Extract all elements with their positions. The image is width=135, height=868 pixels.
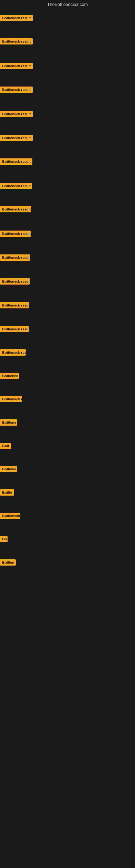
bottleneck-item-22: Bottleneck xyxy=(0,513,20,520)
bottleneck-badge-17[interactable]: Bottleneck r xyxy=(0,396,22,402)
bottleneck-badge-20[interactable]: Bottlene xyxy=(0,466,17,472)
bottleneck-badge-13[interactable]: Bottleneck result xyxy=(0,302,29,308)
bottleneck-badge-24[interactable]: Bottlen xyxy=(0,559,16,565)
bottleneck-badge-9[interactable]: Bottleneck result xyxy=(0,206,31,212)
bottleneck-item-1: Bottleneck result xyxy=(0,15,33,22)
bottleneck-item-23: Bo xyxy=(0,536,8,543)
bottleneck-item-13: Bottleneck result xyxy=(0,302,29,310)
bottleneck-badge-22[interactable]: Bottleneck xyxy=(0,513,20,519)
bottleneck-item-14: Bottleneck result xyxy=(0,326,29,333)
bottleneck-item-8: Bottleneck result xyxy=(0,183,32,190)
bottleneck-item-9: Bottleneck result xyxy=(0,206,31,214)
bottleneck-item-12: Bottleneck result xyxy=(0,278,30,286)
bottleneck-badge-14[interactable]: Bottleneck result xyxy=(0,326,29,332)
bottleneck-item-16: Bottlenec xyxy=(0,373,19,380)
bottleneck-badge-10[interactable]: Bottleneck result xyxy=(0,230,31,237)
bottleneck-badge-6[interactable]: Bottleneck result xyxy=(0,135,33,141)
bottleneck-item-19: Bott xyxy=(0,443,11,450)
bottleneck-badge-7[interactable]: Bottleneck result xyxy=(0,158,32,165)
bottleneck-badge-19[interactable]: Bott xyxy=(0,443,11,449)
bottleneck-item-24: Bottlen xyxy=(0,559,16,567)
bottleneck-badge-8[interactable]: Bottleneck result xyxy=(0,183,32,189)
site-header: TheBottlenecker.com xyxy=(0,0,135,10)
bottleneck-list: Bottleneck resultBottleneck resultBottle… xyxy=(0,10,135,607)
bottleneck-badge-23[interactable]: Bo xyxy=(0,536,8,542)
bottleneck-badge-3[interactable]: Bottleneck result xyxy=(0,63,33,69)
bottleneck-item-3: Bottleneck result xyxy=(0,63,33,70)
bottleneck-badge-11[interactable]: Bottleneck result xyxy=(0,254,30,261)
bottleneck-badge-2[interactable]: Bottleneck result xyxy=(0,38,33,44)
bottleneck-item-11: Bottleneck result xyxy=(0,254,30,262)
bottleneck-badge-18[interactable]: Bottlene xyxy=(0,420,17,426)
bottleneck-item-15: Bottleneck res xyxy=(0,349,26,357)
bottleneck-item-7: Bottleneck result xyxy=(0,158,32,166)
bottleneck-badge-15[interactable]: Bottleneck res xyxy=(0,349,26,355)
bottleneck-item-2: Bottleneck result xyxy=(0,38,33,45)
chart-area xyxy=(0,613,135,775)
bottleneck-item-20: Bottlene xyxy=(0,466,17,473)
bottleneck-item-17: Bottleneck r xyxy=(0,396,22,403)
bottleneck-item-6: Bottleneck result xyxy=(0,135,33,142)
bottleneck-item-5: Bottleneck result xyxy=(0,111,33,118)
bottleneck-badge-21[interactable]: Bottle xyxy=(0,489,14,496)
bottleneck-badge-12[interactable]: Bottleneck result xyxy=(0,278,30,284)
bottleneck-badge-16[interactable]: Bottlenec xyxy=(0,373,19,379)
bottleneck-badge-1[interactable]: Bottleneck result xyxy=(0,15,33,21)
bottleneck-item-21: Bottle xyxy=(0,489,14,497)
bottleneck-item-18: Bottlene xyxy=(0,420,17,427)
bottleneck-item-10: Bottleneck result xyxy=(0,230,31,238)
bottleneck-badge-5[interactable]: Bottleneck result xyxy=(0,111,33,117)
cursor-line xyxy=(3,667,3,683)
site-title: TheBottlenecker.com xyxy=(0,0,135,10)
bottleneck-item-4: Bottleneck result xyxy=(0,87,33,94)
bottleneck-badge-4[interactable]: Bottleneck result xyxy=(0,87,33,93)
